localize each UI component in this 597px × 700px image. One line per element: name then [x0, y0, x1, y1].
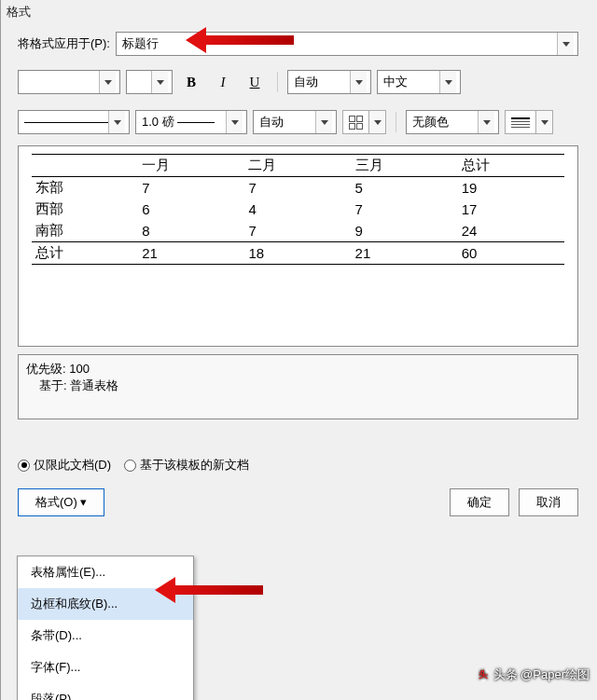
- menu-item-banding[interactable]: 条带(D)...: [18, 620, 193, 652]
- format-menu-button[interactable]: 格式(O) ▾: [18, 488, 104, 516]
- line-weight-combo[interactable]: 1.0 磅: [135, 110, 247, 134]
- table-row: 西部64717: [32, 199, 564, 220]
- menu-item-paragraph[interactable]: 段落(P)...: [18, 683, 193, 700]
- chevron-down-icon: [226, 111, 243, 133]
- annotation-arrow-icon: [186, 28, 298, 52]
- cancel-button[interactable]: 取消: [519, 488, 578, 516]
- chevron-down-icon: [557, 33, 574, 55]
- radio-doc-only-label: 仅限此文档(D): [34, 457, 111, 474]
- chevron-down-icon: [536, 110, 553, 134]
- watermark: 头 头条 @Paper绘图: [477, 666, 590, 683]
- font-family-combo[interactable]: [18, 70, 120, 94]
- bold-button[interactable]: B: [178, 69, 204, 95]
- annotation-arrow-icon: [155, 578, 267, 602]
- lines-icon: [505, 110, 536, 134]
- chevron-down-icon: [369, 110, 386, 134]
- apply-to-label: 将格式应用于(P):: [18, 35, 110, 52]
- radio-off-icon: [124, 460, 136, 472]
- table-footer-row: 总计21182160: [32, 242, 564, 265]
- toutiao-icon: 头: [477, 668, 490, 681]
- apply-to-value: 标题行: [122, 35, 159, 52]
- font-color-combo[interactable]: 自动: [287, 70, 371, 94]
- font-color-value: 自动: [294, 74, 318, 90]
- underline-button[interactable]: U: [242, 69, 268, 95]
- italic-button[interactable]: I: [210, 69, 236, 95]
- lang-combo[interactable]: 中文: [377, 70, 461, 94]
- border-preset-split[interactable]: [342, 110, 386, 134]
- chevron-down-icon: [99, 71, 116, 93]
- ok-button[interactable]: 确定: [450, 488, 509, 516]
- menu-item-font[interactable]: 字体(F)...: [18, 652, 193, 683]
- format-button-label: 格式(O) ▾: [35, 494, 87, 511]
- chevron-down-icon: [478, 111, 494, 133]
- table-row: 南部87924: [32, 220, 564, 242]
- table-preview: 一月 二月 三月 总计 东部77519 西部64717 南部87924 总计21…: [18, 145, 578, 347]
- section-title: 格式: [1, 0, 595, 28]
- grid-icon: [342, 110, 369, 134]
- fill-color-combo[interactable]: 无颜色: [406, 110, 499, 134]
- chevron-down-icon: [151, 71, 168, 93]
- font-size-combo[interactable]: [126, 70, 173, 94]
- fill-color-value: 无颜色: [412, 114, 449, 130]
- line-style-icon: [24, 116, 108, 129]
- separator: [396, 112, 396, 132]
- priority-info: 优先级: 100 基于: 普通表格: [18, 354, 578, 419]
- line-stack-split[interactable]: [505, 110, 553, 134]
- radio-template-new[interactable]: 基于该模板的新文档: [124, 457, 249, 474]
- border-color-combo[interactable]: 自动: [253, 110, 337, 134]
- radio-template-label: 基于该模板的新文档: [140, 457, 249, 474]
- chevron-down-icon: [315, 111, 332, 133]
- border-color-value: 自动: [259, 114, 284, 130]
- lang-value: 中文: [383, 74, 408, 90]
- separator: [277, 72, 278, 92]
- priority-line: 优先级: 100: [26, 361, 570, 377]
- line-style-combo[interactable]: [18, 110, 130, 134]
- watermark-text: 头条 @Paper绘图: [493, 666, 590, 683]
- radio-doc-only[interactable]: 仅限此文档(D): [18, 457, 111, 474]
- table-row: 东部77519: [32, 177, 564, 199]
- cancel-label: 取消: [536, 494, 561, 511]
- chevron-down-icon: [108, 111, 125, 133]
- ok-label: 确定: [467, 494, 492, 511]
- chevron-down-icon: [439, 71, 456, 93]
- table-header-row: 一月 二月 三月 总计: [32, 155, 564, 177]
- radio-on-icon: [18, 460, 30, 472]
- chevron-down-icon: [350, 71, 367, 93]
- based-on-line: 基于: 普通表格: [26, 377, 570, 394]
- line-weight-value: 1.0 磅: [142, 114, 215, 130]
